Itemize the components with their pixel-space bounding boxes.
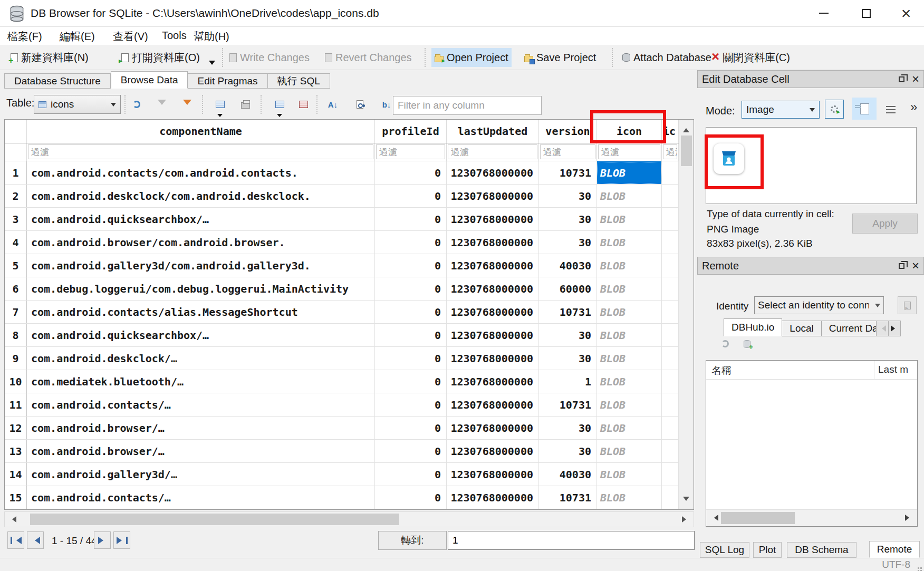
cell-partial[interactable] <box>662 347 679 370</box>
cell-profileId[interactable]: 0 <box>375 347 447 370</box>
cell-icon-blob[interactable]: BLOB <box>597 208 662 230</box>
cell-num[interactable]: 9 <box>5 347 27 370</box>
cell-icon-blob[interactable]: BLOB <box>597 324 662 346</box>
cell-version[interactable]: 30 <box>539 440 597 462</box>
apply-button[interactable]: Apply <box>852 214 918 234</box>
cell-partial[interactable] <box>662 185 679 207</box>
cell-profileId[interactable]: 0 <box>375 324 447 346</box>
header-lastUpdated[interactable]: lastUpdated <box>447 120 539 143</box>
header-componentName[interactable]: componentName <box>27 120 375 143</box>
cell-lastUpdated[interactable]: 1230768000000 <box>447 463 539 486</box>
scroll-left-icon[interactable] <box>711 515 718 521</box>
cell-icon-blob[interactable]: BLOB <box>597 254 662 277</box>
tab-remote[interactable]: Remote <box>869 541 920 558</box>
cell-icon-blob[interactable]: BLOB <box>597 277 662 300</box>
find-in-cells-button[interactable] <box>351 96 368 113</box>
cell-icon-blob[interactable]: BLOB <box>597 185 662 207</box>
cell-version[interactable]: 10731 <box>539 301 597 323</box>
attach-database-button[interactable]: Attach Database <box>619 48 715 67</box>
minimize-button[interactable] <box>808 0 840 26</box>
cell-version[interactable]: 10731 <box>539 161 597 184</box>
cell-icon-blob[interactable]: BLOB <box>597 370 662 393</box>
close-panel-icon[interactable] <box>912 259 919 273</box>
cell-lastUpdated[interactable]: 1230768000000 <box>447 277 539 300</box>
cell-lastUpdated[interactable]: 1230768000000 <box>447 486 539 509</box>
cell-num[interactable]: 6 <box>5 277 27 300</box>
cell-profileId[interactable]: 0 <box>375 231 447 254</box>
header-partial-column[interactable]: ic <box>662 120 679 143</box>
cell-num[interactable]: 13 <box>5 440 27 462</box>
last-record-button[interactable] <box>113 531 130 549</box>
remote-refresh-icon[interactable] <box>721 340 729 347</box>
import-data-button[interactable] <box>825 100 844 119</box>
cell-version[interactable]: 30 <box>539 324 597 346</box>
cell-componentName[interactable]: com.android.deskclock/… <box>27 347 375 370</box>
cell-num[interactable]: 3 <box>5 208 27 230</box>
scroll-up-icon[interactable] <box>683 125 689 132</box>
cell-componentName[interactable]: com.android.gallery3d/… <box>27 463 375 486</box>
first-record-button[interactable] <box>7 531 24 549</box>
cell-partial[interactable] <box>662 208 679 230</box>
cell-num[interactable]: 15 <box>5 486 27 509</box>
scroll-right-icon[interactable] <box>905 515 912 521</box>
cell-version[interactable]: 40030 <box>539 254 597 277</box>
cell-version[interactable]: 30 <box>539 208 597 230</box>
next-record-button[interactable] <box>94 531 111 549</box>
cell-lastUpdated[interactable]: 1230768000000 <box>447 370 539 393</box>
word-wrap-icon[interactable] <box>886 106 896 107</box>
table-select[interactable]: icons <box>34 95 121 114</box>
push-database-button[interactable] <box>898 296 917 314</box>
tab-database-structure[interactable]: Database Structure <box>4 73 111 89</box>
tab-execute-sql[interactable]: 執行 SQL <box>268 73 330 89</box>
cell-lastUpdated[interactable]: 1230768000000 <box>447 393 539 416</box>
tab-db-schema[interactable]: DB Schema <box>787 542 856 558</box>
global-filter-input[interactable] <box>393 96 542 115</box>
cell-version[interactable]: 10731 <box>539 393 597 416</box>
cell-version[interactable]: 30 <box>539 231 597 254</box>
cell-num[interactable]: 2 <box>5 185 27 207</box>
cell-lastUpdated[interactable]: 1230768000000 <box>447 347 539 370</box>
horizontal-scrollbar-thumb[interactable] <box>30 514 399 525</box>
horizontal-scrollbar[interactable] <box>4 511 694 527</box>
tab-dbhub[interactable]: DBHub.io <box>724 318 782 336</box>
cell-partial[interactable] <box>662 231 679 254</box>
cell-icon-blob[interactable]: BLOB <box>597 301 662 323</box>
open-database-dropdown-icon[interactable] <box>209 61 215 68</box>
scroll-left-icon[interactable] <box>9 516 16 522</box>
menu-help[interactable]: 幫助(H) <box>194 30 229 44</box>
more-options-icon[interactable] <box>910 100 917 114</box>
cell-num[interactable]: 10 <box>5 370 27 393</box>
sort-asc-button[interactable]: A↓ <box>324 96 341 113</box>
vertical-scrollbar[interactable] <box>679 120 694 509</box>
cell-num[interactable]: 5 <box>5 254 27 277</box>
filter-profileId[interactable]: 過濾 <box>376 144 445 159</box>
cell-partial[interactable] <box>662 440 679 462</box>
menu-edit[interactable]: 編輯(E) <box>60 30 95 44</box>
cell-partial[interactable] <box>662 417 679 439</box>
resize-grip[interactable] <box>920 567 922 569</box>
new-database-button[interactable]: 新建資料庫(N) <box>7 48 92 67</box>
filter-icon[interactable]: 過濾 <box>598 144 660 159</box>
cell-partial[interactable] <box>662 161 679 184</box>
text-view-button[interactable] <box>852 98 877 120</box>
cell-profileId[interactable]: 0 <box>375 486 447 509</box>
float-panel-icon[interactable] <box>899 76 904 82</box>
revert-changes-button[interactable]: Revert Changes <box>322 48 415 67</box>
cell-profileId[interactable]: 0 <box>375 463 447 486</box>
goto-button[interactable]: 轉到: <box>378 531 447 550</box>
menu-view[interactable]: 查看(V) <box>113 30 148 44</box>
cell-icon-blob[interactable]: BLOB <box>597 417 662 439</box>
cell-partial[interactable] <box>662 463 679 486</box>
cell-profileId[interactable]: 0 <box>375 301 447 323</box>
list-horizontal-scrollbar[interactable] <box>706 509 917 526</box>
cell-componentName[interactable]: com.android.contacts/… <box>27 393 375 416</box>
cell-version[interactable]: 30 <box>539 185 597 207</box>
maximize-button[interactable] <box>850 0 882 26</box>
list-scrollbar-thumb[interactable] <box>721 512 795 524</box>
cell-lastUpdated[interactable]: 1230768000000 <box>447 254 539 277</box>
cell-profileId[interactable]: 0 <box>375 277 447 300</box>
cell-componentName[interactable]: com.android.contacts/com.android.contact… <box>27 161 375 184</box>
cell-profileId[interactable]: 0 <box>375 185 447 207</box>
cell-profileId[interactable]: 0 <box>375 208 447 230</box>
vertical-scrollbar-thumb[interactable] <box>681 136 692 166</box>
